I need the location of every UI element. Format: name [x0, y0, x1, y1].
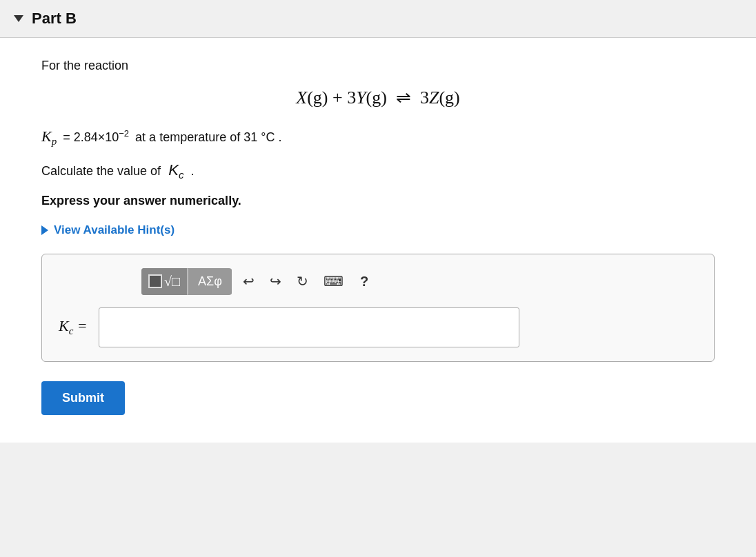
kp-equals: = 2.84×10−2	[59, 128, 129, 145]
matrix-button[interactable]: √□	[141, 268, 188, 295]
calculate-prefix: Calculate the value of	[41, 164, 161, 179]
refresh-button[interactable]: ↻	[292, 269, 312, 294]
kc-inline-symbol: Kc	[164, 161, 183, 181]
matrix-icon	[148, 274, 162, 288]
equation-left: X(g) + 3Y(g)	[296, 88, 387, 108]
part-header: Part B	[0, 0, 756, 38]
kp-line: Kp = 2.84×10−2 at a temperature of 31 °C…	[41, 128, 715, 148]
kp-symbol: Kp	[41, 128, 57, 148]
input-row: Kc =	[59, 307, 697, 347]
greek-symbols-button[interactable]: ΑΣφ	[188, 269, 232, 294]
content-area: For the reaction X(g) + 3Y(g) ⇌ 3Z(g) Kp…	[0, 38, 756, 443]
calculate-line: Calculate the value of Kc .	[41, 161, 715, 181]
equation-right: 3Z(g)	[420, 88, 460, 108]
redo-button[interactable]: ↪	[266, 269, 286, 294]
equilibrium-arrow: ⇌	[391, 88, 415, 108]
intro-text: For the reaction	[41, 59, 715, 73]
calculate-suffix: .	[187, 164, 194, 179]
help-button[interactable]: ?	[355, 271, 374, 292]
math-toolbar: √□ ΑΣφ ↩ ↪ ↻ ⌨ ?	[141, 268, 697, 295]
math-input-btn-group: √□ ΑΣφ	[141, 268, 232, 295]
hint-label: View Available Hint(s)	[54, 223, 175, 237]
hint-button[interactable]: View Available Hint(s)	[41, 223, 715, 237]
sqrt-symbol: √□	[164, 274, 180, 290]
part-title: Part B	[32, 10, 77, 28]
keyboard-button[interactable]: ⌨	[319, 269, 348, 294]
kp-rest: at a temperature of 31 °C .	[132, 130, 281, 145]
express-line: Express your answer numerically.	[41, 194, 715, 208]
answer-input[interactable]	[99, 307, 519, 347]
chevron-down-icon[interactable]	[14, 15, 23, 22]
submit-button[interactable]: Submit	[41, 381, 125, 415]
chemical-equation: X(g) + 3Y(g) ⇌ 3Z(g)	[41, 87, 715, 108]
kc-label: Kc =	[59, 317, 88, 337]
page: Part B For the reaction X(g) + 3Y(g) ⇌ 3…	[0, 0, 756, 443]
undo-button[interactable]: ↩	[239, 269, 259, 294]
hint-arrow-icon	[41, 225, 48, 235]
answer-box: √□ ΑΣφ ↩ ↪ ↻ ⌨ ? Kc =	[41, 254, 715, 362]
